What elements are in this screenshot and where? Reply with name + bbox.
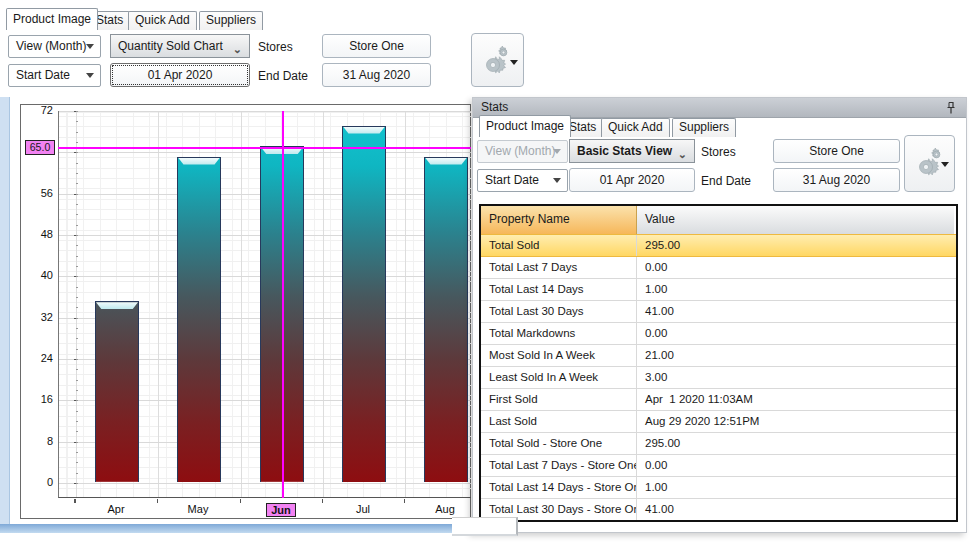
table-row-total-last-30-days[interactable]: Total Last 30 Days41.00	[481, 300, 956, 322]
x-axis-label-jun[interactable]: Jun	[266, 503, 296, 517]
panel-end-date-value-button[interactable]: 31 Aug 2020	[773, 168, 900, 192]
cell-property-name: Total Last 14 Days	[481, 279, 637, 300]
cell-property-name: Most Sold In A Week	[481, 345, 637, 366]
table-row-total-last-30-days-store-one[interactable]: Total Last 30 Days - Store One41.00	[481, 498, 956, 520]
panel-tab-quick-add[interactable]: Quick Add	[601, 118, 670, 137]
bar-top-bevel	[178, 158, 220, 165]
panel-start-date-value-button[interactable]: 01 Apr 2020	[569, 168, 695, 192]
chevron-down-icon: ⌄	[678, 143, 687, 165]
chevron-down-icon	[553, 149, 561, 154]
main-tab-suppliers[interactable]: Suppliers	[199, 11, 263, 30]
cell-property-name: Total Sold - Store One	[481, 433, 637, 454]
panel-tabstrip: Product ImageStatsQuick AddSuppliers	[479, 115, 779, 137]
y-axis-tick-label: 16	[27, 393, 53, 405]
panel-start-date-dropdown[interactable]: Start Date	[477, 169, 568, 192]
panel-end-date-label: End Date	[701, 174, 751, 188]
pin-icon[interactable]	[944, 101, 958, 115]
cell-value: Aug 29 2020 12:51PM	[637, 411, 954, 432]
table-row-least-sold-in-a-week[interactable]: Least Sold In A Week3.00	[481, 366, 956, 388]
gear-settings-icon	[911, 146, 945, 180]
crosshair-vertical-line	[282, 111, 284, 498]
y-axis-tick-label: 32	[27, 311, 53, 323]
cell-property-name: Total Markdowns	[481, 323, 637, 344]
panel-settings-gear-button[interactable]	[904, 135, 955, 192]
y-axis-minor-ticks	[76, 111, 78, 485]
chevron-down-icon	[86, 73, 94, 78]
y-axis-tick-label: 72	[27, 104, 53, 116]
bar-top-bevel	[96, 302, 138, 309]
column-header-property-name[interactable]: Property Name	[481, 206, 637, 234]
app-screen: Product ImageStatsQuick AddSuppliers Vie…	[0, 0, 977, 543]
start-date-value-button[interactable]: 01 Apr 2020	[110, 63, 250, 87]
panel-stores-label: Stores	[701, 145, 736, 159]
gear-settings-icon	[478, 44, 512, 78]
x-axis-label-apr: Apr	[94, 503, 138, 515]
cell-value: 21.00	[637, 345, 954, 366]
x-axis-label-aug: Aug	[423, 503, 467, 515]
cell-value: 0.00	[637, 455, 954, 476]
column-header-value[interactable]: Value	[637, 206, 954, 234]
table-row-first-sold[interactable]: First SoldApr 1 2020 11:03AM	[481, 388, 956, 410]
crosshair-value-badge: 65.0	[25, 140, 55, 155]
cell-property-name: Last Sold	[481, 411, 637, 432]
panel-tab-suppliers[interactable]: Suppliers	[672, 118, 736, 137]
bar-aug[interactable]	[424, 157, 468, 483]
end-date-value-button[interactable]: 31 Aug 2020	[322, 63, 431, 87]
quantity-sold-chart: 081624324048566472AprMayJunJulAug65.0	[20, 104, 471, 519]
main-tab-quick-add[interactable]: Quick Add	[128, 11, 197, 30]
cell-value: Apr 1 2020 11:03AM	[637, 389, 954, 410]
cell-property-name: Total Last 14 Days - Store One	[481, 477, 637, 498]
start-date-dropdown[interactable]: Start Date	[8, 64, 101, 87]
table-row-most-sold-in-a-week[interactable]: Most Sold In A Week21.00	[481, 344, 956, 366]
chevron-down-icon	[941, 162, 949, 167]
panel-title: Stats	[481, 100, 508, 114]
table-row-total-sold-store-one[interactable]: Total Sold - Store One295.00	[481, 432, 956, 454]
cell-property-name: Least Sold In A Week	[481, 367, 637, 388]
cell-value: 0.00	[637, 323, 954, 344]
y-axis-tick-label: 56	[27, 187, 53, 199]
cell-value: 3.00	[637, 367, 954, 388]
stats-view-label: Basic Stats View	[577, 144, 672, 158]
chevron-down-icon: ⌄	[233, 38, 242, 60]
window-left-border	[0, 97, 10, 533]
table-row-total-last-7-days[interactable]: Total Last 7 Days0.00	[481, 256, 956, 278]
main-tab-product-image[interactable]: Product Image	[6, 8, 98, 30]
bar-may[interactable]	[177, 157, 221, 483]
y-axis-tick-label: 40	[27, 269, 53, 281]
main-tabstrip: Product ImageStatsQuick AddSuppliers	[6, 8, 306, 30]
table-header-row: Property NameValue	[481, 206, 956, 234]
table-row-total-last-14-days[interactable]: Total Last 14 Days1.00	[481, 278, 956, 300]
window-bottom-border	[0, 524, 466, 533]
chevron-down-icon	[86, 44, 94, 49]
cell-property-name: Total Last 7 Days	[481, 257, 637, 278]
y-axis-tick-label: 24	[27, 352, 53, 364]
bar-jul[interactable]	[342, 126, 386, 483]
store-one-button[interactable]: Store One	[322, 34, 431, 58]
cell-value: 41.00	[637, 301, 954, 322]
stats-view-combobox[interactable]: Basic Stats View ⌄	[569, 139, 695, 163]
panel-store-one-button[interactable]: Store One	[773, 139, 900, 163]
table-row-total-sold[interactable]: Total Sold295.00	[481, 234, 956, 256]
chart-type-combobox[interactable]: Quantity Sold Chart ⌄	[110, 34, 250, 58]
start-date-label: Start Date	[16, 68, 70, 82]
panel-start-date-label: Start Date	[485, 173, 539, 187]
panel-tab-product-image[interactable]: Product Image	[479, 115, 571, 137]
cell-value: 41.00	[637, 499, 954, 520]
table-row-total-last-7-days-store-one[interactable]: Total Last 7 Days - Store One0.00	[481, 454, 956, 476]
table-row-total-last-14-days-store-one[interactable]: Total Last 14 Days - Store One1.00	[481, 476, 956, 498]
cell-value: 295.00	[637, 433, 954, 454]
x-axis-label-jul: Jul	[341, 503, 385, 515]
table-row-total-markdowns[interactable]: Total Markdowns0.00	[481, 322, 956, 344]
bar-apr[interactable]	[95, 301, 139, 482]
y-axis-tick-label: 8	[27, 435, 53, 447]
chart-plot-area[interactable]	[58, 111, 471, 498]
y-axis-tick-label: 48	[27, 228, 53, 240]
view-mode-label: View (Month)	[16, 39, 86, 53]
stats-table: Property NameValue Total Sold295.00Total…	[479, 204, 958, 522]
settings-gear-button[interactable]	[471, 33, 524, 87]
bar-top-bevel	[343, 127, 385, 134]
table-row-last-sold[interactable]: Last SoldAug 29 2020 12:51PM	[481, 410, 956, 432]
view-mode-dropdown[interactable]: View (Month)	[8, 35, 101, 58]
window-corner	[452, 517, 518, 536]
end-date-label: End Date	[258, 69, 308, 83]
